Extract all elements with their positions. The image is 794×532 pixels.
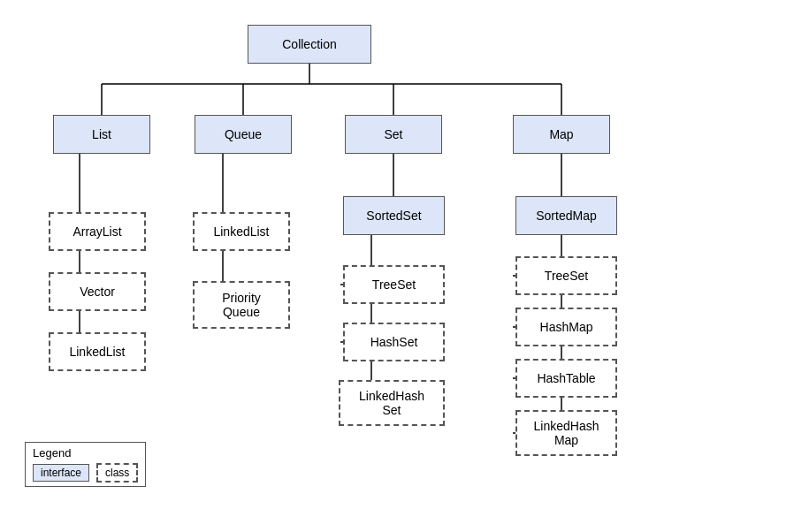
node-list: List (53, 115, 150, 154)
node-linkedhashmap-label: LinkedHashMap (534, 419, 599, 447)
node-vector-label: Vector (80, 285, 115, 299)
node-treemap: TreeSet (515, 256, 617, 295)
node-hashset: HashSet (343, 323, 445, 361)
node-priorityqueue: PriorityQueue (193, 281, 290, 329)
node-vector: Vector (49, 272, 146, 311)
node-treeset: TreeSet (343, 265, 445, 304)
node-sortedmap-label: SortedMap (536, 209, 596, 223)
node-set: Set (345, 115, 442, 154)
legend-items: interface class (33, 463, 138, 483)
legend-interface: interface (33, 464, 89, 482)
node-queue-label: Queue (225, 127, 262, 141)
node-linkedlist-list: LinkedList (49, 332, 146, 371)
node-collection: Collection (248, 25, 371, 64)
node-hashmap: HashMap (515, 308, 617, 346)
diagram: Collection List Queue Set Map ArrayList … (0, 0, 794, 532)
node-map: Map (513, 115, 610, 154)
node-linkedhashmap: LinkedHashMap (515, 410, 617, 456)
node-hashmap-label: HashMap (540, 320, 593, 334)
node-collection-label: Collection (282, 37, 336, 51)
node-linkedhashset-label: LinkedHashSet (359, 389, 424, 417)
node-sortedmap: SortedMap (515, 196, 617, 235)
legend-box: Legend interface class (25, 442, 146, 487)
node-map-label: Map (549, 127, 573, 141)
node-list-label: List (92, 127, 111, 141)
node-treeset-label: TreeSet (372, 277, 416, 292)
node-priorityqueue-label: PriorityQueue (222, 291, 261, 319)
node-linkedhashset: LinkedHashSet (339, 380, 445, 426)
node-treemap-label: TreeSet (545, 269, 588, 283)
node-hashset-label: HashSet (370, 335, 418, 349)
legend-title: Legend (33, 446, 138, 460)
node-queue: Queue (195, 115, 292, 154)
node-set-label: Set (384, 127, 402, 141)
node-hashtable: HashTable (515, 359, 617, 398)
node-hashtable-label: HashTable (537, 371, 595, 385)
node-arraylist-label: ArrayList (73, 224, 121, 239)
node-linkedlist-queue: LinkedList (193, 212, 290, 251)
node-sortedset: SortedSet (343, 196, 445, 235)
node-arraylist: ArrayList (49, 212, 146, 251)
node-linkedlist-queue-label: LinkedList (213, 224, 269, 239)
node-linkedlist-list-label: LinkedList (69, 345, 125, 359)
legend-class: class (96, 463, 138, 483)
node-sortedset-label: SortedSet (366, 209, 421, 223)
